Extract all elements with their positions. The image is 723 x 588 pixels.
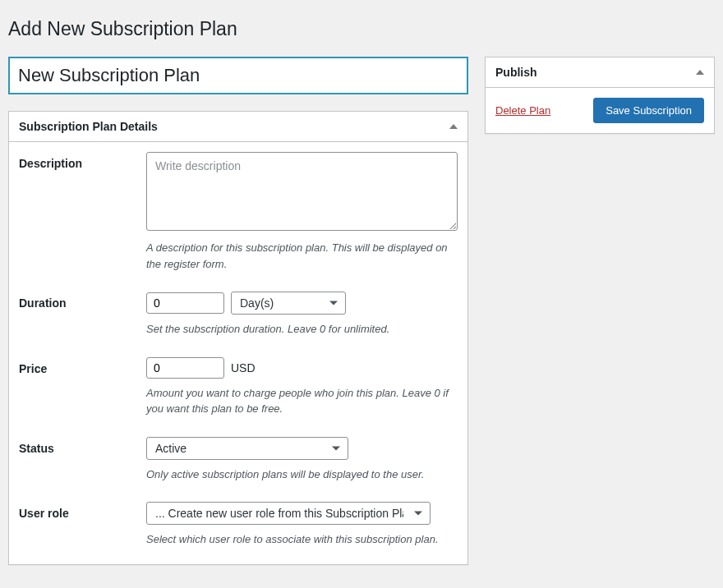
description-label: Description bbox=[19, 152, 146, 170]
duration-unit-select[interactable]: Day(s) bbox=[231, 292, 346, 315]
publish-box-header: Publish bbox=[495, 66, 537, 79]
price-label: Price bbox=[19, 357, 146, 375]
status-label: Status bbox=[19, 437, 146, 455]
status-select[interactable]: Active bbox=[146, 437, 348, 460]
publish-postbox: Publish Delete Plan Save Subscription bbox=[485, 57, 715, 134]
price-input[interactable] bbox=[146, 357, 224, 379]
userrole-help: Select which user role to associate with… bbox=[146, 531, 458, 548]
duration-help: Set the subscription duration. Leave 0 f… bbox=[146, 321, 458, 338]
status-help: Only active subscription plans will be d… bbox=[146, 466, 458, 483]
userrole-label: User role bbox=[19, 502, 146, 520]
page-title: Add New Subscription Plan bbox=[8, 18, 715, 40]
plan-title-input[interactable] bbox=[8, 57, 468, 94]
details-postbox: Subscription Plan Details Description A … bbox=[8, 111, 468, 565]
currency-label: USD bbox=[231, 361, 256, 374]
duration-input[interactable] bbox=[146, 292, 224, 314]
description-help: A description for this subscription plan… bbox=[146, 240, 458, 272]
chevron-up-icon[interactable] bbox=[449, 124, 458, 129]
delete-plan-link[interactable]: Delete Plan bbox=[495, 104, 550, 117]
price-help: Amount you want to charge people who joi… bbox=[146, 385, 458, 417]
duration-label: Duration bbox=[19, 292, 146, 310]
details-box-header: Subscription Plan Details bbox=[19, 120, 158, 133]
chevron-up-icon[interactable] bbox=[696, 70, 704, 75]
save-subscription-button[interactable]: Save Subscription bbox=[593, 98, 704, 123]
description-textarea[interactable] bbox=[146, 152, 458, 231]
userrole-select[interactable]: ... Create new user role from this Subsc… bbox=[146, 502, 431, 525]
